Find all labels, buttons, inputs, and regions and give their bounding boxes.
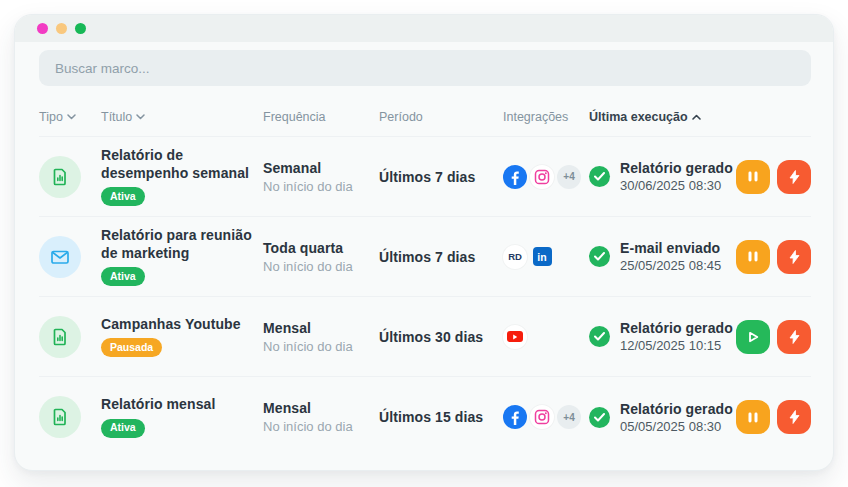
lightning-icon [789, 410, 800, 424]
pause-icon [748, 171, 758, 182]
column-header-frequencia: Frequência [263, 110, 379, 124]
pause-button[interactable] [736, 240, 770, 274]
report-chart-icon [39, 156, 81, 198]
linkedin-icon: in [530, 245, 554, 269]
youtube-icon [503, 325, 527, 349]
app-window: Tipo Título Frequência Período Integraçõ… [0, 0, 848, 487]
period-value: Últimos 7 dias [379, 249, 475, 265]
last-run-date: 05/05/2025 08:30 [620, 419, 733, 434]
frequency-detail: No início do dia [263, 339, 379, 354]
last-run-date: 30/06/2025 08:30 [620, 178, 733, 193]
chevron-up-icon [692, 114, 701, 120]
run-now-button[interactable] [777, 160, 811, 194]
lightning-icon [789, 170, 800, 184]
frequency-value: Mensal [263, 320, 379, 336]
last-run-status: E-mail enviado [620, 240, 721, 256]
period-value: Últimos 30 dias [379, 329, 483, 345]
lightning-icon [789, 250, 800, 264]
table-row[interactable]: Relatório mensal Ativa Mensal No início … [39, 377, 811, 457]
frequency-detail: No início do dia [263, 259, 379, 274]
main-card: Tipo Título Frequência Período Integraçõ… [14, 14, 834, 471]
chevron-down-icon [67, 114, 76, 120]
window-dot-green[interactable] [75, 23, 86, 34]
play-icon [748, 331, 759, 343]
last-run-date: 12/05/2025 10:15 [620, 338, 733, 353]
status-badge-active: Ativa [101, 187, 145, 206]
more-integrations-badge[interactable]: +4 [557, 405, 581, 429]
last-run-status: Relatório gerado [620, 320, 733, 336]
table-header: Tipo Título Frequência Período Integraçõ… [39, 86, 811, 137]
report-title: Relatório mensal [101, 396, 263, 414]
report-title: Relatório de desempenho semanal [101, 147, 263, 182]
report-title: Campanhas Youtube [101, 316, 263, 334]
column-header-tipo[interactable]: Tipo [39, 110, 101, 124]
facebook-icon [503, 165, 527, 189]
frequency-detail: No início do dia [263, 419, 379, 434]
report-chart-icon [39, 396, 81, 438]
instagram-icon [530, 405, 554, 429]
last-run-status: Relatório gerado [620, 401, 733, 417]
email-icon [39, 236, 81, 278]
search-bar[interactable] [39, 50, 811, 86]
rd-station-icon: RD [503, 245, 527, 269]
more-integrations-badge[interactable]: +4 [557, 165, 581, 189]
chevron-down-icon [136, 114, 145, 120]
last-run-date: 25/05/2025 08:45 [620, 258, 721, 273]
report-title: Relatório para reunião de marketing [101, 227, 263, 262]
table-row[interactable]: Campanhas Youtube Pausada Mensal No iníc… [39, 297, 811, 377]
pause-icon [748, 412, 758, 423]
period-value: Últimos 7 dias [379, 169, 475, 185]
pause-icon [748, 251, 758, 262]
frequency-detail: No início do dia [263, 179, 379, 194]
run-now-button[interactable] [777, 320, 811, 354]
success-check-icon [589, 166, 610, 187]
success-check-icon [589, 246, 610, 267]
lightning-icon [789, 330, 800, 344]
search-input[interactable] [55, 61, 795, 76]
status-badge-active: Ativa [101, 267, 145, 286]
status-badge-active: Ativa [101, 419, 145, 438]
success-check-icon [589, 326, 610, 347]
window-dot-peach[interactable] [56, 23, 67, 34]
pause-button[interactable] [736, 160, 770, 194]
window-dot-pink[interactable] [37, 23, 48, 34]
last-run-status: Relatório gerado [620, 160, 733, 176]
frequency-value: Semanal [263, 160, 379, 176]
instagram-icon [530, 165, 554, 189]
column-header-periodo: Período [379, 110, 503, 124]
column-header-integracoes: Integrações [503, 110, 589, 124]
frequency-value: Toda quarta [263, 240, 379, 256]
column-header-ultima-execucao[interactable]: Última execução [589, 110, 735, 124]
period-value: Últimos 15 dias [379, 409, 483, 425]
success-check-icon [589, 407, 610, 428]
run-now-button[interactable] [777, 240, 811, 274]
pause-button[interactable] [736, 400, 770, 434]
table-row[interactable]: Relatório de desempenho semanal Ativa Se… [39, 137, 811, 217]
run-now-button[interactable] [777, 400, 811, 434]
window-titlebar [15, 15, 833, 42]
frequency-value: Mensal [263, 400, 379, 416]
status-badge-paused: Pausada [101, 338, 162, 357]
facebook-icon [503, 405, 527, 429]
report-chart-icon [39, 316, 81, 358]
play-button[interactable] [736, 320, 770, 354]
table-row[interactable]: Relatório para reunião de marketing Ativ… [39, 217, 811, 297]
column-header-titulo[interactable]: Título [101, 110, 263, 124]
